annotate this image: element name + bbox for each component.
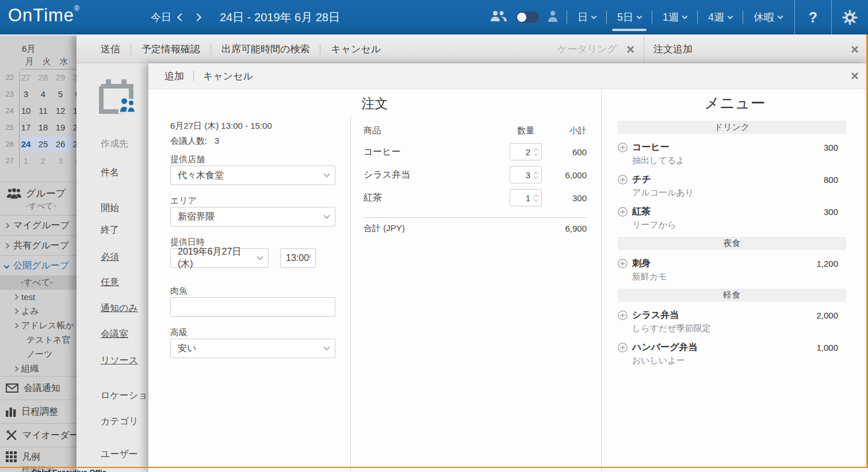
sidebar-groups-header[interactable]: グループ -すべて- xyxy=(0,182,77,215)
check-schedule-button[interactable]: 予定情報確認 xyxy=(142,43,200,56)
member-mode-toggle[interactable] xyxy=(516,11,539,23)
view-option-1[interactable]: 日 xyxy=(576,0,598,34)
meat-fish-field: 肉魚 xyxy=(170,286,335,317)
grade-select[interactable]: 安い xyxy=(170,339,335,358)
calendar-day[interactable]: 18 xyxy=(35,122,52,132)
item-name: 紅茶 xyxy=(364,192,510,204)
order-dialog-close-icon[interactable]: × xyxy=(851,69,859,83)
sidebar-group-8[interactable]: テストネ官 xyxy=(0,333,77,347)
view-option-3[interactable]: 1週 xyxy=(661,0,689,34)
sidebar-group-6[interactable]: よみ xyxy=(0,304,77,318)
clipped-row: Chief Executive Offic xyxy=(0,468,868,472)
appointment-dialog-close-icon[interactable]: × xyxy=(851,43,859,56)
sidebar-group-7[interactable]: アドレス帳か xyxy=(0,318,77,333)
add-item-icon[interactable] xyxy=(618,259,628,268)
calendar-day[interactable]: 2 xyxy=(35,156,52,166)
sidebar-item-schedule-adjust[interactable]: 日程調整 xyxy=(0,400,77,423)
find-available-time-button[interactable]: 出席可能時間の検索 xyxy=(221,43,309,56)
calendar-day[interactable]: 3 xyxy=(52,156,69,166)
shop-select[interactable]: 代々木食堂 xyxy=(170,166,335,185)
calendar-day[interactable]: 6 xyxy=(69,89,77,99)
appointment-actions: 送信 予定情報確認 出席可能時間の検索 キャンセル xyxy=(77,43,381,56)
chevron-down-icon xyxy=(682,13,688,19)
catering-tabs: ケータリング × 注文追加 × xyxy=(557,36,868,63)
week-number: 23 xyxy=(0,90,17,98)
sidebar-group-4[interactable]: -すべて- xyxy=(0,275,77,290)
item-subtotal: 6,000 xyxy=(542,170,587,180)
calendar-day[interactable]: 12 xyxy=(52,106,69,116)
view-option-4[interactable]: 4週 xyxy=(706,0,734,34)
serve-date-select[interactable]: 2019年6月27日 (木) xyxy=(170,248,269,268)
prev-period-button[interactable] xyxy=(174,0,188,34)
add-item-icon[interactable] xyxy=(618,175,628,185)
col-product: 商品 xyxy=(364,125,510,136)
calendar-day[interactable]: 20 xyxy=(69,122,77,132)
calendar-day[interactable]: 13 xyxy=(69,106,77,116)
chevron-right-icon xyxy=(13,309,19,314)
appointment-field-label[interactable]: 任意 xyxy=(101,277,119,289)
calendar-day[interactable]: 29 xyxy=(52,72,69,82)
calendar-day[interactable]: 4 xyxy=(35,89,52,99)
meeting-datetime: 6月27日 (木) 13:00 - 15:00 xyxy=(170,121,335,132)
quantity-stepper[interactable]: 1 xyxy=(510,189,542,206)
ontime-app: OnTime® 今日 24日 - 2019年 6月 28日 日5日1週4週休暇 … xyxy=(0,0,868,472)
tab-catering[interactable]: ケータリング xyxy=(557,43,617,56)
add-item-icon[interactable] xyxy=(618,207,628,217)
cancel-button[interactable]: キャンセル xyxy=(331,43,381,56)
sidebar-item-my-order[interactable]: マイオーダー xyxy=(0,424,77,447)
appointment-field-label[interactable]: リソース xyxy=(101,355,138,367)
meat-fish-input[interactable] xyxy=(170,297,335,317)
sidebar-group-9[interactable]: ノーツ xyxy=(0,347,77,362)
next-period-button[interactable] xyxy=(190,0,204,34)
calendar-day[interactable]: 10 xyxy=(17,106,35,116)
calendar-day[interactable]: 1 xyxy=(17,156,35,166)
view-option-2[interactable]: 5日 xyxy=(615,0,643,34)
quantity-stepper[interactable]: 2 xyxy=(510,143,542,160)
help-button[interactable]: ? xyxy=(794,0,831,34)
calendar-day[interactable]: 5 xyxy=(52,89,69,99)
tab-order-add[interactable]: 注文追加 xyxy=(653,43,693,56)
sidebar-group-5[interactable]: test xyxy=(0,290,77,304)
calendar-day[interactable]: 27 xyxy=(69,139,77,149)
calendar-day[interactable]: 19 xyxy=(52,122,69,132)
gear-icon xyxy=(842,10,858,25)
stepper-arrows xyxy=(532,195,541,201)
calendar-day[interactable]: 4 xyxy=(69,156,77,166)
quantity-stepper[interactable]: 3 xyxy=(510,166,542,183)
today-button[interactable]: 今日 xyxy=(151,0,171,34)
calendar-day[interactable]: 30 xyxy=(69,72,77,82)
add-item-icon[interactable] xyxy=(618,143,628,152)
selected-day[interactable]: 24 xyxy=(17,139,35,149)
send-button[interactable]: 送信 xyxy=(101,43,120,56)
add-order-button[interactable]: 追加 xyxy=(165,70,184,83)
cancel-order-button[interactable]: キャンセル xyxy=(203,70,253,83)
sidebar-group-10[interactable]: 組織 xyxy=(0,362,77,376)
sidebar-group-2[interactable]: 共有グループ xyxy=(0,236,77,255)
calendar-day[interactable]: 3 xyxy=(17,89,35,99)
appointment-field-label[interactable]: 必須 xyxy=(101,251,119,263)
serve-date-value: 2019年6月27日 (木) xyxy=(178,246,258,270)
add-item-icon[interactable] xyxy=(618,310,628,320)
menu-sections: ドリンクコーヒー300抽出してるよチチ800アルコールあり紅茶300リーフから夜… xyxy=(602,121,868,366)
calendar-day[interactable]: 17 xyxy=(17,122,35,132)
calendar-day[interactable]: 11 xyxy=(35,106,52,116)
settings-button[interactable] xyxy=(831,0,868,34)
view-option-5[interactable]: 休暇 xyxy=(752,0,784,34)
chevron-down-icon xyxy=(728,13,733,19)
calendar-day[interactable]: 27 xyxy=(17,72,35,82)
catering-tab-close-icon[interactable]: × xyxy=(626,43,634,56)
add-item-icon[interactable] xyxy=(618,343,628,352)
window-frame-bottom: Chief Executive Offic xyxy=(0,467,868,472)
appointment-field-label[interactable]: 通知のみ xyxy=(101,302,138,314)
mini-calendar-week: 233456 xyxy=(0,86,77,102)
calendar-day[interactable]: 26 xyxy=(52,139,69,149)
calendar-day[interactable]: 28 xyxy=(35,72,52,82)
sidebar-item-meeting-notice[interactable]: 会議通知 xyxy=(0,377,77,400)
area-select[interactable]: 新宿界隈 xyxy=(170,207,335,227)
sidebar-group-1[interactable]: マイグループ xyxy=(0,216,77,235)
serve-time-select[interactable]: 13:00 xyxy=(280,248,316,268)
calendar-day[interactable]: 25 xyxy=(35,139,52,149)
appointment-field-label[interactable]: 会議室 xyxy=(101,328,128,340)
topbar-separator xyxy=(567,11,567,24)
sidebar-group-3[interactable]: 公開グループ xyxy=(0,256,77,275)
